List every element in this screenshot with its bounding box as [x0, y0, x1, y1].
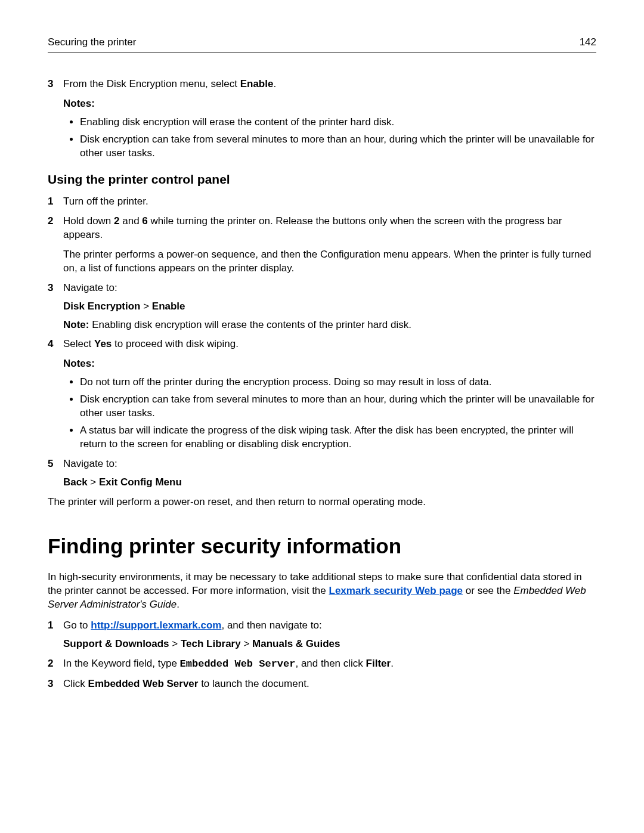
step-number: 5	[48, 457, 53, 471]
step-text: Select	[63, 338, 94, 349]
key-6: 6	[142, 215, 147, 227]
step-2: 2 Hold down 2 and 6 while turning the pr…	[48, 215, 596, 275]
step-1: 1 Turn off the printer.	[48, 195, 596, 209]
note-item: Disk encryption can take from several mi…	[80, 393, 596, 420]
path-sep: >	[88, 476, 99, 488]
step-1: 1 Go to http://support.lexmark.com, and …	[48, 619, 596, 651]
step-2: 2 In the Keyword field, type Embedded We…	[48, 657, 596, 671]
step-text: Go to	[63, 620, 91, 631]
step-text: In the Keyword field, type	[63, 658, 180, 669]
step-text: , and then navigate to:	[221, 620, 321, 631]
panel-steps: 1 Turn off the printer. 2 Hold down 2 an…	[48, 195, 596, 351]
intro-paragraph: In high-security environments, it may be…	[48, 571, 596, 612]
note-text: Enabling disk encryption will erase the …	[89, 319, 411, 330]
step-text: From the Disk Encryption menu, select	[63, 78, 240, 89]
key-2: 2	[114, 215, 119, 227]
note-label: Note:	[63, 319, 89, 330]
step-number: 2	[48, 657, 53, 671]
notes-list-2: Do not turn off the printer during the e…	[48, 376, 596, 451]
header-pagenum: 142	[580, 36, 596, 49]
notes-list: Enabling disk encryption will erase the …	[48, 116, 596, 160]
notes-label: Notes:	[63, 97, 596, 111]
para-text: or see the	[463, 585, 513, 596]
path-disk-encryption: Disk Encryption	[63, 301, 140, 312]
keyword-embedded: Embedded Web Server	[180, 658, 296, 670]
step-number: 2	[48, 215, 53, 228]
path-tech: Tech Library	[181, 638, 241, 649]
step-text: and	[120, 215, 143, 227]
keyword-ews: Embedded Web Server	[88, 678, 199, 689]
step-text: Navigate to:	[63, 282, 117, 293]
subheading-control-panel: Using the printer control panel	[48, 171, 596, 188]
top-steps: 3 From the Disk Encryption menu, select …	[48, 78, 596, 91]
step-5: 5 Navigate to: Back > Exit Config Menu	[48, 457, 596, 490]
step-text-end: .	[273, 78, 276, 89]
step-text: .	[391, 658, 394, 669]
step-text: Navigate to:	[63, 458, 117, 469]
header-title: Securing the printer	[48, 36, 136, 49]
note-item: Enabling disk encryption will erase the …	[80, 116, 596, 129]
step-3: 3 From the Disk Encryption menu, select …	[48, 78, 596, 91]
path-exit: Exit Config Menu	[99, 476, 182, 488]
path-back: Back	[63, 476, 88, 488]
step-text: to launch the document.	[198, 678, 309, 689]
path-manuals: Manuals & Guides	[252, 638, 340, 649]
notes-label: Notes:	[63, 357, 596, 371]
step-text: Click	[63, 678, 88, 689]
keyword-filter: Filter	[366, 658, 391, 669]
step-number: 1	[48, 619, 53, 633]
link-lexmark-security[interactable]: Lexmark security Web page	[329, 585, 463, 596]
path-sep: >	[169, 638, 181, 649]
step-keyword: Enable	[240, 78, 274, 89]
para-text: .	[177, 599, 179, 610]
path-enable: Enable	[152, 301, 185, 312]
step-4: 4 Select Yes to proceed with disk wiping…	[48, 337, 596, 351]
step-3: 3 Navigate to: Disk Encryption > Enable …	[48, 281, 596, 332]
path-support: Support & Downloads	[63, 638, 169, 649]
page-header: Securing the printer 142	[48, 36, 596, 52]
step-number: 3	[48, 677, 53, 691]
step-para: The printer performs a power-on sequence…	[63, 248, 596, 275]
link-support[interactable]: http://support.lexmark.com	[91, 620, 221, 631]
step-number: 1	[48, 195, 53, 209]
step-text: Turn off the printer.	[63, 196, 148, 207]
note-item: A status bar will indicate the progress …	[80, 424, 596, 451]
path-sep: >	[241, 638, 252, 649]
panel-steps-cont: 5 Navigate to: Back > Exit Config Menu	[48, 457, 596, 490]
step-3: 3 Click Embedded Web Server to launch th…	[48, 677, 596, 691]
step-text: , and then click	[295, 658, 366, 669]
step-text: Hold down	[63, 215, 114, 227]
section-heading-finding: Finding printer security information	[48, 532, 596, 560]
note-item: Disk encryption can take from several mi…	[80, 133, 596, 160]
closing-text: The printer will perform a power-on rese…	[48, 496, 596, 509]
path-sep: >	[140, 301, 151, 312]
step-text: to proceed with disk wiping.	[112, 338, 239, 349]
step-number: 3	[48, 78, 53, 91]
note-item: Do not turn off the printer during the e…	[80, 376, 596, 389]
step-number: 4	[48, 337, 53, 351]
step-number: 3	[48, 281, 53, 295]
finding-steps: 1 Go to http://support.lexmark.com, and …	[48, 619, 596, 691]
keyword-yes: Yes	[94, 338, 112, 349]
